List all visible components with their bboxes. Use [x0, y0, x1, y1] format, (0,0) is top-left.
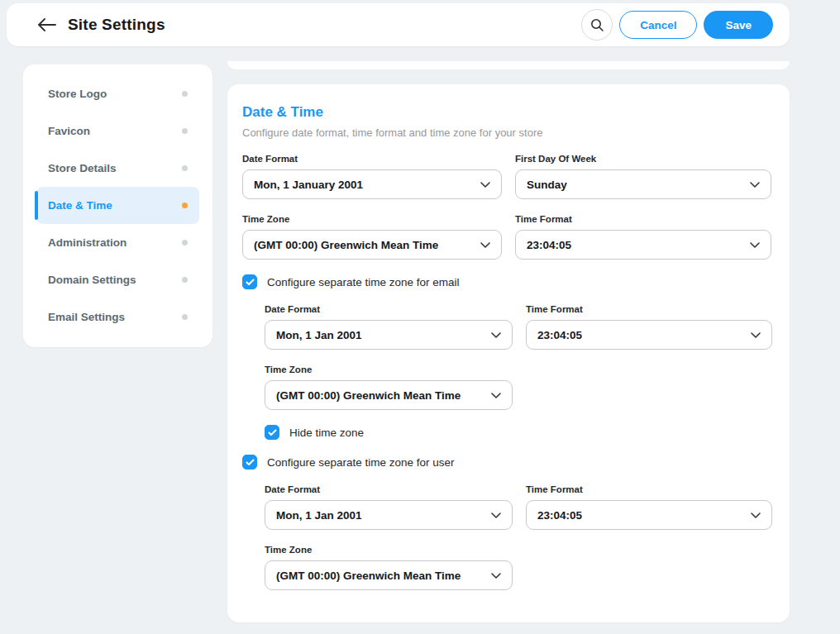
time-zone-field: Time Zone (GMT 00:00) Greenwich Mean Tim…	[242, 214, 502, 260]
email-time-format-field: Time Format 23:04:05	[526, 304, 772, 350]
select-value: Mon, 1 Jan 2001	[276, 509, 362, 522]
field-label: Date Format	[265, 484, 513, 494]
chevron-down-icon	[480, 182, 490, 188]
chevron-down-icon	[491, 332, 501, 338]
user-time-zone-field: Time Zone (GMT 00:00) Greenwich Mean Tim…	[265, 545, 513, 590]
checkbox-label: Configure separate time zone for user	[267, 456, 455, 469]
sidebar-item-label: Favicon	[48, 125, 90, 137]
sidebar-item-label: Date & Time	[48, 199, 112, 212]
status-dot-icon	[182, 165, 188, 171]
status-dot-icon	[182, 240, 188, 245]
checkbox-checked-icon[interactable]	[265, 425, 279, 440]
sidebar-item-favicon[interactable]: Favicon	[36, 112, 199, 150]
sidebar-item-label: Email Settings	[48, 311, 125, 323]
sidebar-item-date-time[interactable]: Date & Time	[36, 187, 199, 224]
chevron-down-icon	[751, 512, 761, 518]
user-time-zone-select[interactable]: (GMT 00:00) Greenwich Mean Time	[265, 560, 513, 590]
field-label: Time Format	[526, 304, 772, 314]
page-title: Site Settings	[68, 16, 165, 34]
email-time-zone-select[interactable]: (GMT 00:00) Greenwich Mean Time	[265, 380, 513, 410]
checkbox-checked-icon[interactable]	[242, 455, 257, 470]
select-value: Sunday	[527, 179, 567, 191]
sidebar-item-store-details[interactable]: Store Details	[36, 150, 199, 187]
select-value: (GMT 00:00) Greenwich Mean Time	[276, 570, 461, 582]
date-format-field: Date Format Mon, 1 January 2001	[242, 154, 502, 199]
hide-time-zone-toggle[interactable]: Hide time zone	[265, 425, 771, 440]
status-dot-icon	[182, 314, 188, 320]
previous-section-card-edge	[227, 61, 790, 69]
select-value: 23:04:05	[537, 509, 582, 522]
chevron-down-icon	[480, 242, 490, 248]
section-title: Date & Time	[242, 104, 771, 121]
sidebar-item-label: Store Logo	[48, 88, 107, 100]
select-value: Mon, 1 January 2001	[254, 179, 363, 191]
header-actions: Cancel Save	[581, 9, 773, 41]
status-dot-icon	[182, 128, 188, 134]
save-button[interactable]: Save	[704, 11, 773, 39]
back-arrow-icon	[38, 18, 56, 31]
field-label: Date Format	[265, 304, 513, 314]
checkbox-label: Hide time zone	[289, 427, 364, 439]
field-label: Time Zone	[242, 214, 502, 224]
select-value: 23:04:05	[537, 329, 582, 341]
time-format-select[interactable]: 23:04:05	[515, 230, 771, 260]
select-value: Mon, 1 Jan 2001	[276, 329, 362, 341]
back-button[interactable]	[35, 12, 60, 37]
checkbox-label: Configure separate time zone for email	[267, 276, 460, 288]
checkbox-checked-icon[interactable]	[242, 274, 257, 289]
chevron-down-icon	[750, 242, 760, 248]
sidebar-item-email-settings[interactable]: Email Settings	[36, 298, 199, 336]
user-time-format-field: Time Format 23:04:05	[526, 484, 772, 530]
select-value: (GMT 00:00) Greenwich Mean Time	[276, 389, 461, 402]
sidebar-item-administration[interactable]: Administration	[36, 224, 199, 261]
email-timezone-toggle[interactable]: Configure separate time zone for email	[242, 274, 771, 289]
user-timezone-toggle[interactable]: Configure separate time zone for user	[242, 455, 771, 470]
field-label: Time Format	[526, 484, 772, 494]
email-date-format-field: Date Format Mon, 1 Jan 2001	[265, 304, 513, 350]
first-day-of-week-select[interactable]: Sunday	[515, 169, 771, 199]
date-time-settings-card: Date & Time Configure date format, time …	[227, 84, 790, 622]
email-time-zone-field: Time Zone (GMT 00:00) Greenwich Mean Tim…	[265, 365, 513, 410]
email-date-format-select[interactable]: Mon, 1 Jan 2001	[265, 320, 513, 350]
user-time-format-select[interactable]: 23:04:05	[526, 500, 772, 530]
field-label: Date Format	[242, 154, 502, 164]
section-subtitle: Configure date format, time format and t…	[242, 126, 771, 139]
time-format-field: Time Format 23:04:05	[515, 214, 771, 260]
settings-sidebar: Store Logo Favicon Store Details Date & …	[23, 64, 212, 347]
sidebar-item-domain-settings[interactable]: Domain Settings	[36, 261, 199, 298]
user-timezone-subsection: Date Format Mon, 1 Jan 2001 Time Format …	[265, 484, 771, 590]
search-icon	[590, 18, 604, 32]
first-day-of-week-field: First Day Of Week Sunday	[515, 154, 771, 199]
field-label: Time Zone	[265, 545, 513, 555]
field-label: First Day Of Week	[515, 154, 771, 164]
user-date-format-select[interactable]: Mon, 1 Jan 2001	[265, 500, 513, 530]
select-value: (GMT 00:00) Greenwich Mean Time	[254, 239, 438, 251]
chevron-down-icon	[751, 332, 761, 338]
sidebar-item-label: Administration	[48, 236, 126, 249]
user-date-format-field: Date Format Mon, 1 Jan 2001	[265, 484, 513, 530]
sidebar-item-label: Domain Settings	[48, 274, 136, 286]
email-timezone-subsection: Date Format Mon, 1 Jan 2001 Time Format …	[265, 304, 771, 440]
sidebar-item-label: Store Details	[48, 162, 117, 174]
email-time-format-select[interactable]: 23:04:05	[526, 320, 772, 350]
chevron-down-icon	[750, 182, 760, 188]
field-label: Time Format	[515, 214, 771, 224]
chevron-down-icon	[491, 573, 501, 579]
time-zone-select[interactable]: (GMT 00:00) Greenwich Mean Time	[242, 230, 502, 260]
select-value: 23:04:05	[527, 239, 571, 251]
search-button[interactable]	[581, 9, 613, 41]
status-dot-icon	[182, 203, 188, 208]
header: Site Settings Cancel Save	[7, 3, 790, 46]
sidebar-item-store-logo[interactable]: Store Logo	[36, 75, 199, 112]
date-format-select[interactable]: Mon, 1 January 2001	[242, 169, 502, 199]
field-label: Time Zone	[265, 365, 513, 374]
chevron-down-icon	[491, 393, 501, 398]
chevron-down-icon	[491, 512, 501, 518]
status-dot-icon	[182, 91, 188, 97]
cancel-button[interactable]: Cancel	[619, 11, 697, 39]
status-dot-icon	[182, 277, 188, 283]
